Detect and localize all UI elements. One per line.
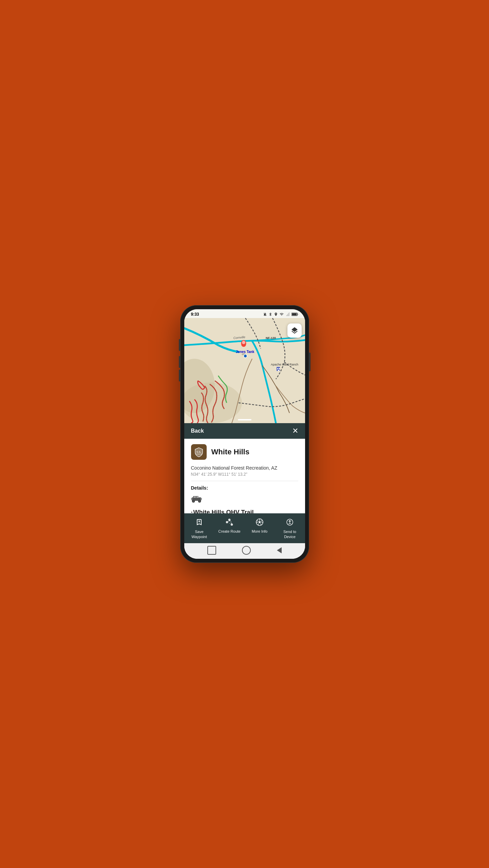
map-label-nf120: NF-120 xyxy=(266,336,276,340)
trail-title: White Hills OHV Trail xyxy=(191,509,298,513)
back-button[interactable]: Back xyxy=(191,428,204,434)
poi-coords: N34° 41' 25.9" W111° 51' 13.2" xyxy=(191,472,298,481)
layer-button[interactable] xyxy=(287,323,302,338)
svg-rect-1 xyxy=(297,314,298,315)
action-bar: + Save Waypoint xyxy=(184,513,305,543)
status-time: 9:33 xyxy=(191,312,199,317)
status-icons xyxy=(263,312,298,316)
poi-icon: U.S. FOREST xyxy=(191,444,207,460)
svg-text:+: + xyxy=(199,521,200,523)
ohv-icon xyxy=(191,494,202,504)
location-icon xyxy=(274,312,278,316)
bluetooth-icon xyxy=(268,312,272,316)
android-nav-bar xyxy=(184,543,305,559)
map-label-apache: Apache Maid Ranch xyxy=(271,363,298,366)
svg-text:+: + xyxy=(229,522,230,524)
mute-icon xyxy=(263,312,267,316)
create-route-icon: + xyxy=(225,518,233,528)
signal-icon xyxy=(285,312,290,316)
details-icons xyxy=(191,494,298,504)
create-route-button[interactable]: + Create Route xyxy=(214,517,245,540)
more-info-button[interactable]: More Info xyxy=(245,517,275,540)
poi-header: U.S. FOREST White Hills xyxy=(191,444,298,460)
save-waypoint-label: Save Waypoint xyxy=(191,529,207,539)
nav-square-button[interactable] xyxy=(207,546,216,555)
create-route-label: Create Route xyxy=(218,529,240,533)
layers-icon xyxy=(290,327,299,335)
svg-point-21 xyxy=(199,500,200,502)
map-svg: Cornville NF-120 Jones Tank Apache Maid … xyxy=(184,318,305,423)
details-label: Details: xyxy=(191,485,298,491)
nav-back-button[interactable] xyxy=(277,547,282,553)
panel-header: Back ✕ xyxy=(184,423,305,439)
svg-rect-22 xyxy=(191,498,192,500)
send-to-device-button[interactable]: Send to Device xyxy=(275,517,305,540)
panel-content: U.S. FOREST White Hills Coconino Nationa… xyxy=(184,439,305,513)
poi-location: Coconino National Forest Recreation, AZ xyxy=(191,465,298,471)
svg-rect-11 xyxy=(278,370,279,371)
usfs-shield-icon: U.S. FOREST xyxy=(194,447,204,457)
svg-text:FOREST: FOREST xyxy=(195,453,202,455)
map-area[interactable]: Cornville NF-120 Jones Tank Apache Maid … xyxy=(184,318,305,423)
svg-point-8 xyxy=(242,341,245,344)
svg-rect-23 xyxy=(201,498,202,500)
status-bar: 9:33 xyxy=(184,309,305,318)
send-to-device-icon xyxy=(286,518,294,528)
save-waypoint-icon: + xyxy=(195,518,203,528)
current-location-dot xyxy=(244,354,247,358)
svg-point-19 xyxy=(193,500,194,502)
svg-point-33 xyxy=(259,521,261,523)
svg-rect-2 xyxy=(292,313,297,315)
svg-point-28 xyxy=(229,519,230,520)
svg-rect-17 xyxy=(196,496,199,498)
svg-rect-16 xyxy=(194,496,196,498)
drag-handle[interactable] xyxy=(238,419,251,420)
wifi-icon xyxy=(279,312,284,316)
send-to-device-label: Send to Device xyxy=(283,529,296,539)
phone-screen: 9:33 xyxy=(184,309,305,559)
more-info-icon xyxy=(256,518,264,528)
save-waypoint-button[interactable]: + Save Waypoint xyxy=(184,517,214,540)
poi-name: White Hills xyxy=(211,448,249,456)
bottom-panel: Back ✕ U.S. FOREST Whi xyxy=(184,423,305,559)
nav-home-button[interactable] xyxy=(242,546,251,555)
map-label-jones-tank: Jones Tank xyxy=(236,350,255,354)
more-info-label: More Info xyxy=(252,529,267,533)
battery-icon xyxy=(291,312,298,316)
svg-point-30 xyxy=(231,524,232,525)
svg-rect-10 xyxy=(279,368,280,369)
svg-rect-9 xyxy=(277,368,278,369)
svg-point-29 xyxy=(227,522,228,523)
phone-frame: 9:33 xyxy=(180,305,309,563)
close-button[interactable]: ✕ xyxy=(292,427,298,435)
